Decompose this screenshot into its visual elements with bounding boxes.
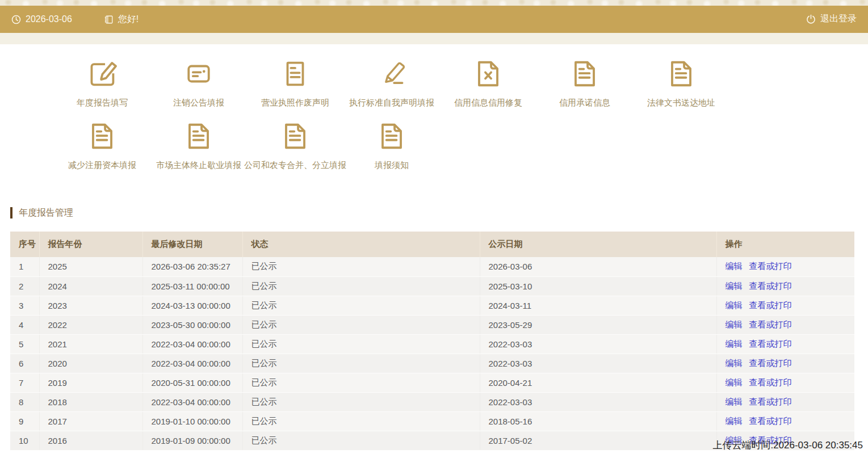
edit-square-icon xyxy=(87,58,118,89)
edit-link[interactable]: 编辑 xyxy=(726,281,743,291)
document-fold-icon xyxy=(666,58,697,89)
edit-link[interactable]: 编辑 xyxy=(726,339,743,348)
cell-status: 已公示 xyxy=(242,276,480,296)
current-date: 2026-03-06 xyxy=(26,14,72,24)
cell-status: 已公示 xyxy=(242,392,480,411)
topbar-right: 退出登录 xyxy=(806,13,857,26)
cell-status: 已公示 xyxy=(242,373,480,392)
quick-action-label: 法律文书送达地址 xyxy=(647,97,715,108)
view-print-link[interactable]: 查看或打印 xyxy=(749,281,792,291)
greeting-text: 您好! xyxy=(118,14,139,26)
upload-time-watermark: 上传云端时间:2026-03-06 20:35:45 xyxy=(712,439,863,452)
cell-actions: 编辑查看或打印 xyxy=(716,334,854,354)
cell-no: 5 xyxy=(10,334,39,354)
title-accent-bar xyxy=(10,207,12,218)
cell-year: 2024 xyxy=(39,276,142,296)
cell-no: 9 xyxy=(10,411,39,431)
edit-link[interactable]: 编辑 xyxy=(726,320,743,329)
cell-actions: 编辑查看或打印 xyxy=(716,354,854,373)
table-row: 120252026-03-06 20:35:27已公示2026-03-06编辑查… xyxy=(10,257,854,276)
document-fold-icon xyxy=(569,58,600,89)
cell-actions: 编辑查看或打印 xyxy=(716,392,854,411)
cell-published: 2018-05-16 xyxy=(480,411,716,431)
quick-action-item[interactable]: 公司和农专合并、分立填报 xyxy=(247,121,343,171)
section-title-wrap: 年度报告管理 xyxy=(10,207,868,219)
quick-action-item[interactable]: 信用承诺信息 xyxy=(536,58,633,108)
edit-link[interactable]: 编辑 xyxy=(726,300,743,310)
logout-button[interactable]: 退出登录 xyxy=(806,13,857,25)
quick-action-item[interactable]: 注销公告填报 xyxy=(150,58,247,108)
quick-action-label: 年度报告填写 xyxy=(77,97,128,108)
cell-year: 2020 xyxy=(39,354,142,373)
cell-status: 已公示 xyxy=(242,296,480,315)
quick-action-item[interactable]: 减少注册资本填报 xyxy=(54,121,150,171)
cell-status: 已公示 xyxy=(242,334,480,354)
section-title: 年度报告管理 xyxy=(19,207,73,219)
cell-status: 已公示 xyxy=(242,411,480,431)
annual-report-table: 序号报告年份最后修改日期状态公示日期操作 120252026-03-06 20:… xyxy=(10,232,854,451)
column-header: 操作 xyxy=(716,232,854,257)
quick-action-label: 执行标准自我声明填报 xyxy=(349,97,434,108)
table-row: 720192020-05-31 00:00:00已公示2020-04-21编辑查… xyxy=(10,373,854,392)
quick-action-item[interactable]: 年度报告填写 xyxy=(54,58,150,108)
edit-link[interactable]: 编辑 xyxy=(726,261,743,271)
cell-year: 2016 xyxy=(39,431,142,450)
quick-action-label: 注销公告填报 xyxy=(173,97,224,108)
view-print-link[interactable]: 查看或打印 xyxy=(749,320,792,329)
view-print-link[interactable]: 查看或打印 xyxy=(749,377,792,387)
topbar-left: 2026-03-06 您好! xyxy=(11,14,139,26)
quick-action-item[interactable]: 信用信息信用修复 xyxy=(440,58,536,108)
cell-no: 6 xyxy=(10,354,39,373)
view-print-link[interactable]: 查看或打印 xyxy=(749,358,792,368)
edit-link[interactable]: 编辑 xyxy=(726,358,743,368)
view-print-link[interactable]: 查看或打印 xyxy=(749,416,792,426)
edit-link[interactable]: 编辑 xyxy=(726,416,743,426)
cell-published: 2023-05-29 xyxy=(480,315,716,334)
edit-link[interactable]: 编辑 xyxy=(726,377,743,387)
cell-no: 7 xyxy=(10,373,39,392)
quick-action-item[interactable]: 法律文书送达地址 xyxy=(633,58,729,108)
quick-action-item[interactable]: 营业执照作废声明 xyxy=(247,58,343,108)
cell-modified: 2022-03-04 00:00:00 xyxy=(142,392,242,411)
quick-action-item[interactable]: 填报须知 xyxy=(343,121,440,171)
cell-actions: 编辑查看或打印 xyxy=(716,257,854,276)
view-print-link[interactable]: 查看或打印 xyxy=(749,261,792,271)
cell-published: 2025-03-10 xyxy=(480,276,716,296)
clock-icon xyxy=(11,15,21,24)
cell-year: 2022 xyxy=(39,315,142,334)
view-print-link[interactable]: 查看或打印 xyxy=(749,300,792,310)
quick-actions-panel: 年度报告填写 注销公告填报 营业执照作废声明 执行标准自我声明填报 信用信息信用… xyxy=(0,44,868,171)
table-row: 920172019-01-10 00:00:00已公示2018-05-16编辑查… xyxy=(10,411,854,431)
cell-modified: 2022-03-04 00:00:00 xyxy=(142,354,242,373)
cell-actions: 编辑查看或打印 xyxy=(716,276,854,296)
cell-actions: 编辑查看或打印 xyxy=(716,373,854,392)
pencil-underline-icon xyxy=(376,58,407,89)
announcement-card-icon xyxy=(183,58,214,89)
cell-published: 2022-03-03 xyxy=(480,354,716,373)
view-print-link[interactable]: 查看或打印 xyxy=(749,397,792,406)
cell-status: 已公示 xyxy=(242,431,480,450)
cell-no: 1 xyxy=(10,257,39,276)
column-header: 公示日期 xyxy=(480,232,716,257)
cell-status: 已公示 xyxy=(242,315,480,334)
table-row: 220242025-03-11 00:00:00已公示2025-03-10编辑查… xyxy=(10,276,854,296)
quick-action-label: 公司和农专合并、分立填报 xyxy=(244,159,346,171)
quick-action-item[interactable]: 执行标准自我声明填报 xyxy=(343,58,440,108)
edit-link[interactable]: 编辑 xyxy=(726,397,743,406)
quick-action-label: 信用信息信用修复 xyxy=(454,97,522,108)
column-header: 状态 xyxy=(242,232,480,257)
document-fold-icon xyxy=(280,121,311,152)
view-print-link[interactable]: 查看或打印 xyxy=(749,339,792,348)
cell-year: 2025 xyxy=(39,257,142,276)
cell-published: 2022-03-03 xyxy=(480,392,716,411)
cell-published: 2024-03-11 xyxy=(480,296,716,315)
cell-no: 10 xyxy=(10,431,39,450)
document-x-icon xyxy=(473,58,504,89)
cell-modified: 2022-03-04 00:00:00 xyxy=(142,334,242,354)
quick-action-item[interactable]: 市场主体终止歇业填报 xyxy=(150,121,247,171)
quick-action-label: 营业执照作废声明 xyxy=(261,97,329,108)
cell-year: 2019 xyxy=(39,373,142,392)
quick-action-label: 减少注册资本填报 xyxy=(68,159,136,171)
cell-published: 2022-03-03 xyxy=(480,334,716,354)
cell-published: 2017-05-02 xyxy=(480,431,716,450)
